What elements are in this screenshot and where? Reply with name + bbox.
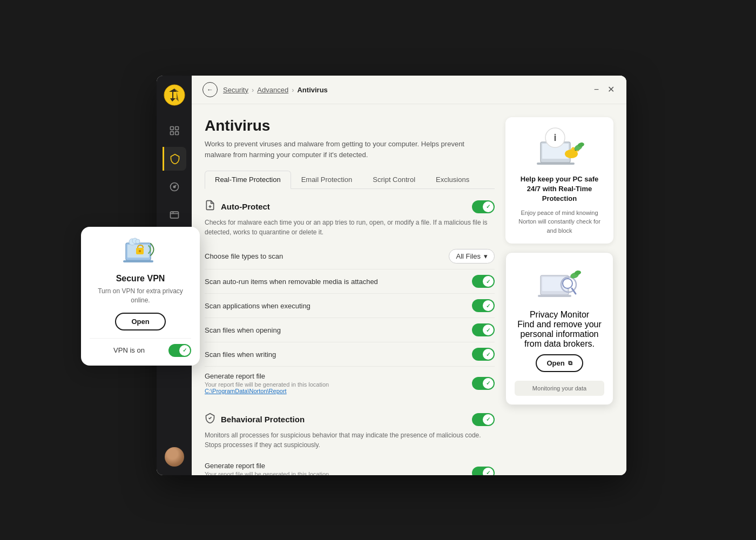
vpn-popup: Secure VPN Turn on VPN for extra privacy… [81,227,200,366]
auto-protect-icon [205,200,215,213]
back-button[interactable]: ← [202,82,218,97]
main-window: ← Security › Advanced › Antivirus − ✕ An… [157,76,626,475]
svg-point-37 [136,239,140,244]
scan-opening-toggle[interactable]: ✓ [472,323,495,336]
vpn-title: Secure VPN [90,274,191,284]
auto-protect-desc: Checks for malware each time you or an a… [205,218,495,237]
svg-rect-32 [123,260,153,262]
page-title: Antivirus [205,117,495,134]
privacy-card-title: Privacy Monitor [515,310,604,320]
tab-email[interactable]: Email Protection [291,171,363,188]
tabs: Real-Time Protection Email Protection Sc… [205,171,495,189]
vpn-status-row: VPN is on ✓ [90,338,191,357]
svg-rect-7 [170,212,178,218]
auto-protect-toggle[interactable]: ✓ [472,200,495,213]
title-bar: ← Security › Advanced › Antivirus − ✕ [192,76,626,104]
window-controls: − ✕ [593,84,616,95]
row-scan-apps: Scan applications when executing ✓ [205,294,495,318]
section-behavioral-header: Behavioral Protection ✓ [205,413,495,426]
row-report-file: Generate report file Your report file wi… [205,367,495,400]
tab-exclusions[interactable]: Exclusions [426,171,480,188]
realtime-illustration: i [514,126,605,169]
breadcrumb-security[interactable]: Security [223,86,248,94]
section-auto-protect-header: Auto-Protect ✓ [205,200,495,213]
right-panel: i Help [505,117,613,467]
row-behavioral-sublabel: Your report file will be generated in th… [205,471,472,475]
row-scan-opening: Scan files when opening ✓ [205,318,495,342]
file-types-dropdown[interactable]: All Files ▾ [449,249,495,264]
scan-apps-toggle[interactable]: ✓ [472,299,495,312]
content-area: ← Security › Advanced › Antivirus − ✕ An… [192,76,626,475]
privacy-illustration [515,261,604,305]
minimize-button[interactable]: − [593,84,600,95]
realtime-promo-card: i Help [505,117,613,244]
tab-realtime[interactable]: Real-Time Protection [205,171,291,189]
row-report-label: Generate report file [205,372,472,380]
section-behavioral: Behavioral Protection ✓ Monitors all pro… [205,413,495,475]
breadcrumb-advanced[interactable]: Advanced [257,86,288,94]
privacy-open-button[interactable]: Open ⧉ [536,354,583,372]
vpn-status-label: VPN is on [90,346,168,354]
row-report-link[interactable]: C:\ProgramData\Norton\Report [205,388,472,394]
breadcrumb: ← Security › Advanced › Antivirus [202,82,328,97]
external-link-icon: ⧉ [568,360,572,367]
behavioral-desc: Monitors all processes for suspicious be… [205,430,495,450]
row-behavioral-report-label: Generate report file [205,462,472,470]
svg-point-6 [173,186,175,187]
svg-rect-14 [537,163,575,165]
row-file-types-label: Choose file types to scan [205,252,449,260]
avatar[interactable] [165,447,184,467]
behavioral-icon [205,413,215,426]
behavioral-title-group: Behavioral Protection [205,413,305,426]
report-toggle[interactable]: ✓ [472,377,495,390]
behavioral-toggle[interactable]: ✓ [472,413,495,426]
breadcrumb-current: Antivirus [297,86,327,94]
row-scan-writing-label: Scan files when writing [205,350,472,359]
section-title-group: Auto-Protect [205,200,270,213]
behavioral-report-toggle[interactable]: ✓ [472,467,495,476]
row-behavioral-report: Generate report file Your report file wi… [205,456,495,475]
sidebar-item-tools[interactable] [163,203,186,227]
behavioral-title: Behavioral Protection [221,415,305,424]
sidebar-item-performance[interactable] [163,175,186,199]
auto-protect-title: Auto-Protect [221,202,270,211]
realtime-card-desc: Enjoy peace of mind knowing Norton will … [514,208,605,235]
autorun-toggle[interactable]: ✓ [472,275,495,288]
close-button[interactable]: ✕ [606,84,616,95]
svg-rect-24 [538,295,571,297]
chevron-down-icon: ▾ [484,252,488,260]
vpn-illustration [122,238,159,267]
privacy-open-label: Open [546,359,564,367]
breadcrumb-sep-1: › [252,86,254,94]
left-panel: Antivirus Works to prevent viruses and m… [205,117,495,467]
tab-script[interactable]: Script Control [362,171,426,188]
privacy-card-desc: Find and remove your personal informatio… [515,320,604,349]
monitoring-badge: Monitoring your data [515,381,604,396]
svg-text:i: i [554,132,556,143]
svg-rect-3 [170,132,173,135]
realtime-card-title: Help keep your PC safe 24/7 with Real-Ti… [514,174,605,204]
privacy-monitor-card: Privacy Monitor Find and remove your per… [505,252,613,405]
row-scan-opening-label: Scan files when opening [205,326,472,334]
svg-rect-34 [139,250,141,252]
page-description: Works to prevent viruses and malware fro… [205,139,485,160]
vpn-desc: Turn on VPN for extra privacy online. [90,287,191,305]
row-file-types: Choose file types to scan All Files ▾ [205,244,495,269]
vpn-toggle[interactable]: ✓ [168,344,191,357]
svg-point-0 [164,85,185,105]
svg-point-26 [563,279,572,288]
svg-rect-4 [175,132,178,135]
main-content: Antivirus Works to prevent viruses and m… [192,104,626,475]
sidebar-item-home[interactable] [163,119,186,143]
row-report-sublabel: Your report file will be generated in th… [205,381,472,388]
row-scan-apps-label: Scan applications when executing [205,302,472,310]
row-autorun-label: Scan auto-run items when removable media… [205,278,472,286]
svg-rect-1 [170,127,173,130]
vpn-open-button[interactable]: Open [115,313,165,330]
scan-writing-toggle[interactable]: ✓ [472,348,495,361]
dropdown-value: All Files [456,252,481,260]
norton-logo [164,84,185,106]
row-scan-writing: Scan files when writing ✓ [205,342,495,367]
breadcrumb-sep-2: › [292,86,294,94]
sidebar-item-security[interactable] [163,147,186,171]
